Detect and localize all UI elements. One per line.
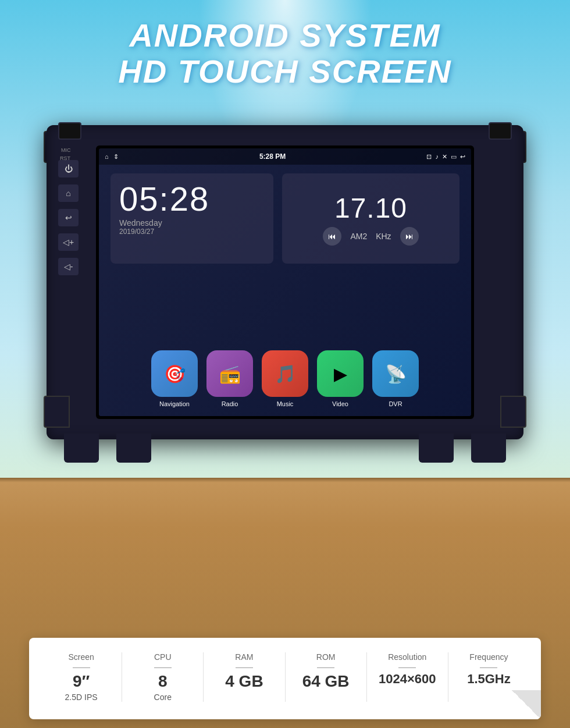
spec-screen-sub: 2.5D IPS — [65, 693, 98, 702]
spec-frequency: Frequency 1.5GHz — [448, 652, 529, 702]
window-status-icon: ▭ — [451, 153, 457, 161]
foot-right-2 — [419, 434, 454, 463]
power-button[interactable]: ⏻ — [58, 160, 79, 177]
app-music[interactable]: 🎵 Music — [262, 350, 308, 407]
spec-ram-label: RAM — [235, 652, 253, 662]
app-radio[interactable]: 📻 Radio — [206, 350, 253, 407]
back-button[interactable]: ↩ — [58, 209, 79, 226]
foot-left-2 — [116, 434, 151, 463]
spec-ram-value: 4 GB — [225, 672, 263, 691]
radio-icon: 📻 — [206, 350, 253, 397]
foot-right-1 — [471, 434, 506, 463]
dvr-icon: 📡 — [372, 350, 419, 397]
radio-widget: 17.10 ⏮ AM2 KHz ⏭ — [282, 173, 459, 264]
back-status-icon: ↩ — [460, 153, 465, 161]
status-left: ⌂ ⇕ — [105, 153, 119, 161]
volume-status-icon: ♪ — [435, 153, 439, 160]
screen-outer: ⌂ ⇕ 5:28 PM ⊡ ♪ ✕ ▭ ↩ — [96, 145, 474, 419]
spec-frequency-label: Frequency — [469, 652, 508, 662]
camera-status-icon: ⊡ — [426, 153, 432, 161]
spec-cpu-value: 8 — [158, 672, 168, 691]
radio-label: Radio — [222, 400, 238, 407]
title-section: ANDROID SYSTEM HD TOUCH SCREEN — [0, 17, 570, 89]
spec-resolution-label: Resolution — [388, 652, 426, 662]
home-button[interactable]: ⌂ — [58, 184, 79, 202]
app-navigation[interactable]: 🎯 Navigation — [151, 350, 198, 407]
spec-cpu-label: CPU — [154, 652, 172, 662]
app-grid: 🎯 Navigation 📻 Radio 🎵 Music ▶ — [111, 350, 459, 407]
spec-rom-divider — [317, 667, 334, 668]
navigation-icon: 🎯 — [151, 350, 198, 397]
close-status-icon: ✕ — [442, 153, 447, 161]
spec-resolution-value: 1024×600 — [379, 672, 436, 687]
bracket-bottom-left — [44, 396, 70, 428]
spec-screen-label: Screen — [68, 652, 94, 662]
spec-frequency-value: 1.5GHz — [467, 672, 511, 687]
spec-resolution: Resolution 1024×600 — [367, 652, 448, 702]
status-right: ⊡ ♪ ✕ ▭ ↩ — [426, 153, 465, 161]
navigation-label: Navigation — [159, 400, 190, 407]
foot-left-1 — [64, 434, 99, 463]
side-buttons: ⏻ ⌂ ↩ ◁+ ◁- — [58, 160, 87, 275]
spec-frequency-divider — [480, 667, 497, 668]
bottom-feet — [47, 434, 523, 463]
screen-inner: ⌂ ⇕ 5:28 PM ⊡ ♪ ✕ ▭ ↩ — [99, 148, 471, 416]
next-station-button[interactable]: ⏭ — [400, 227, 419, 246]
spec-screen: Screen 9″ 2.5D IPS — [41, 652, 122, 702]
spec-cpu-divider — [154, 667, 172, 668]
home-screen: 05:28 Wednesday 2019/03/27 17.10 ⏮ AM2 K… — [99, 165, 471, 416]
radio-unit: MIC RST ⏻ ⌂ ↩ ◁+ ◁- ⌂ ⇕ 5:28 PM ⊡ — [47, 125, 523, 463]
spec-cpu-sub: Core — [154, 693, 172, 702]
spec-ram: RAM 4 GB — [204, 652, 285, 702]
clock-date: 2019/03/27 — [111, 228, 273, 236]
bracket-tab-right — [489, 122, 512, 140]
title-line1: ANDROID SYSTEM — [0, 17, 570, 54]
spec-resolution-divider — [398, 667, 416, 668]
music-icon: 🎵 — [262, 350, 308, 397]
video-label: Video — [332, 400, 348, 407]
music-label: Music — [277, 400, 294, 407]
spec-rom-label: ROM — [316, 652, 336, 662]
spec-cpu: CPU 8 Core — [122, 652, 204, 702]
prev-station-button[interactable]: ⏮ — [323, 227, 341, 246]
vol-down-button[interactable]: ◁- — [58, 258, 79, 275]
radio-unit: KHz — [376, 232, 391, 241]
spec-screen-value: 9″ — [73, 672, 90, 691]
outer-bezel: MIC RST ⏻ ⌂ ↩ ◁+ ◁- ⌂ ⇕ 5:28 PM ⊡ — [47, 125, 523, 439]
radio-controls: ⏮ AM2 KHz ⏭ — [323, 227, 418, 246]
dvr-label: DVR — [389, 400, 402, 407]
status-bar: ⌂ ⇕ 5:28 PM ⊡ ♪ ✕ ▭ ↩ — [99, 148, 471, 165]
status-time: 5:28 PM — [259, 152, 286, 161]
spec-ram-divider — [236, 667, 253, 668]
vol-up-button[interactable]: ◁+ — [58, 233, 79, 251]
app-video[interactable]: ▶ Video — [317, 350, 364, 407]
specs-section: Screen 9″ 2.5D IPS CPU 8 Core RAM 4 GB R… — [29, 638, 541, 719]
bracket-tab-left — [58, 122, 81, 140]
mic-label: MIC — [61, 147, 71, 153]
home-icon[interactable]: ⌂ — [105, 153, 109, 160]
spec-screen-divider — [73, 667, 90, 668]
usb-icon: ⇕ — [113, 153, 119, 161]
clock-widget: 05:28 Wednesday 2019/03/27 — [111, 173, 273, 264]
title-line2: HD TOUCH SCREEN — [0, 54, 570, 90]
radio-band: AM2 — [350, 232, 367, 241]
clock-day: Wednesday — [111, 218, 273, 228]
spec-rom: ROM 64 GB — [286, 652, 367, 702]
specs-grid: Screen 9″ 2.5D IPS CPU 8 Core RAM 4 GB R… — [41, 652, 529, 702]
video-icon: ▶ — [317, 350, 364, 397]
bracket-bottom-right — [500, 396, 526, 428]
radio-frequency: 17.10 — [334, 192, 407, 224]
clock-time: 05:28 — [111, 173, 273, 218]
spec-rom-value: 64 GB — [302, 672, 350, 691]
app-dvr[interactable]: 📡 DVR — [372, 350, 419, 407]
